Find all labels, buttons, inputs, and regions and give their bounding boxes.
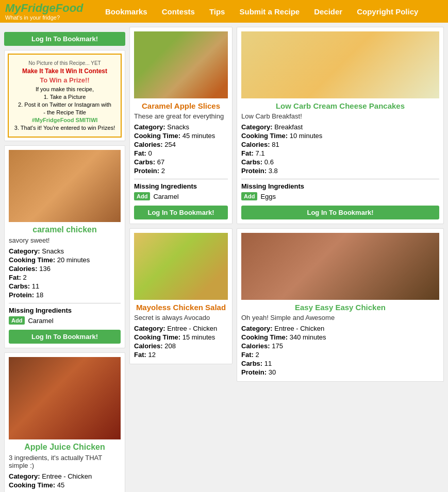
right-column: Low Carb Cream Cheese Pancakes Low Carb … — [237, 27, 444, 492]
mayoless-chicken-desc: Secret is always Avocado — [134, 314, 228, 321]
caramel-apple-fat: Fat: 0 — [134, 149, 228, 157]
mayoless-chicken-cooking-time: Cooking Time: 15 minutes — [134, 333, 228, 341]
easy-chicken-calories: Calories: 175 — [241, 342, 439, 350]
cream-cheese-add-eggs-btn[interactable]: Add — [241, 192, 257, 200]
cream-cheese-missing-ingredient: Eggs — [260, 193, 276, 200]
cream-cheese-pancakes-card: Low Carb Cream Cheese Pancakes Low Carb … — [237, 27, 444, 224]
caramel-chicken-carbs: Carbs: 11 — [9, 282, 121, 290]
caramel-chicken-bookmark-btn[interactable]: Log In To Bookmark! — [9, 330, 121, 344]
easy-chicken-protein: Protein: 30 — [241, 368, 439, 376]
mayoless-chicken-calories: Calories: 208 — [134, 342, 228, 350]
middle-column: Caramel Apple Slices These are great for… — [129, 27, 233, 492]
caramel-chicken-fat: Fat: 2 — [9, 274, 121, 281]
cream-cheese-carbs: Carbs: 0.6 — [241, 158, 439, 166]
mayoless-chicken-meta: Category: Entree - Chicken Cooking Time:… — [134, 325, 228, 359]
contest-card: No Picture of this Recipe... YET Make It… — [4, 50, 125, 141]
easy-chicken-meta: Category: Entree - Chicken Cooking Time:… — [241, 325, 439, 376]
cream-cheese-pancakes-title: Low Carb Cream Cheese Pancakes — [241, 101, 439, 110]
contest-make-it: Make It Take It Win It Contest — [13, 67, 117, 75]
contest-hashtag: #MyFridgeFood SMITIWI — [13, 117, 117, 123]
cream-cheese-bookmark-btn[interactable]: Log In To Bookmark! — [241, 206, 439, 219]
caramel-apple-card: Caramel Apple Slices These are great for… — [129, 27, 233, 224]
apple-juice-chicken-title[interactable]: Apple Juice Chicken — [9, 443, 121, 452]
mayoless-chicken-title: Mayoless Chicken Salad — [134, 303, 228, 312]
nav-submit[interactable]: Submit a Recipe — [232, 3, 307, 20]
contest-step3: 2. Post it on Twitter or Instagram with — [13, 101, 117, 108]
easy-chicken-title: Easy Easy Easy Chicken — [241, 303, 439, 312]
logo-area: MyFridgeFood What's in your fridge? — [5, 2, 88, 21]
easy-chicken-image — [241, 233, 439, 300]
cream-cheese-category: Category: Breakfast — [241, 123, 439, 131]
cream-cheese-missing-title: Missing Ingredients — [241, 179, 439, 190]
easy-chicken-cooking-time: Cooking Time: 340 minutes — [241, 333, 439, 341]
caramel-apple-category: Category: Snacks — [134, 123, 228, 131]
apple-juice-chicken-desc: 3 ingredients, it's actually THAT simple… — [9, 454, 121, 469]
caramel-chicken-image — [9, 150, 121, 222]
main-nav: Bookmarks Contests Tips Submit a Recipe … — [98, 3, 425, 20]
nav-contests[interactable]: Contests — [155, 3, 202, 20]
nav-bookmarks[interactable]: Bookmarks — [98, 3, 155, 20]
caramel-chicken-meta: Category: Snacks Cooking Time: 20 minute… — [9, 247, 121, 299]
caramel-apple-meta: Category: Snacks Cooking Time: 45 minute… — [134, 123, 228, 175]
cream-cheese-pancakes-desc: Low Carb Breakfast! — [241, 112, 439, 120]
caramel-chicken-missing-title: Missing Ingredients — [9, 303, 121, 314]
contest-step2: 1. Take a Picture — [13, 94, 117, 100]
cream-cheese-protein: Protein: 3.8 — [241, 167, 439, 175]
caramel-chicken-protein: Protein: 18 — [9, 291, 121, 299]
caramel-apple-protein: Protein: 2 — [134, 167, 228, 175]
caramel-apple-missing-caramel: Add Caramel — [134, 192, 228, 200]
caramel-apple-desc: These are great for everything — [134, 112, 228, 120]
easy-chicken-carbs: Carbs: 11 — [241, 360, 439, 367]
nav-tips[interactable]: Tips — [202, 3, 233, 20]
header: MyFridgeFood What's in your fridge? Book… — [0, 0, 448, 23]
cream-cheese-missing-eggs: Add Eggs — [241, 192, 439, 200]
easy-chicken-desc: Oh yeah! Simple and Awesome — [241, 314, 439, 321]
caramel-apple-bookmark-btn[interactable]: Log In To Bookmark! — [134, 206, 228, 219]
logo-title[interactable]: MyFridgeFood — [5, 2, 88, 14]
caramel-chicken-calories: Calories: 136 — [9, 265, 121, 273]
easy-chicken-fat: Fat: 2 — [241, 351, 439, 359]
caramel-apple-calories: Calories: 254 — [134, 141, 228, 148]
nav-copyright[interactable]: Copyright Policy — [350, 3, 425, 20]
caramel-apple-missing-title: Missing Ingredients — [134, 179, 228, 190]
contest-step1: If you make this recipe, — [13, 86, 117, 92]
apple-juice-chicken-category: Category: Entree - Chicken — [9, 472, 121, 480]
caramel-apple-add-caramel-btn[interactable]: Add — [134, 192, 150, 200]
contest-no-picture: No Picture of this Recipe... YET — [13, 60, 117, 66]
apple-juice-chicken-image — [9, 357, 121, 439]
main-content: Log In To Bookmark! No Picture of this R… — [0, 23, 448, 492]
cream-cheese-pancakes-meta: Category: Breakfast Cooking Time: 10 min… — [241, 123, 439, 175]
caramel-apple-image — [134, 31, 228, 98]
caramel-chicken-missing-ingredient: Caramel — [28, 317, 53, 325]
apple-juice-chicken-meta: Category: Entree - Chicken Cooking Time:… — [9, 472, 121, 489]
caramel-apple-carbs: Carbs: 67 — [134, 158, 228, 166]
easy-chicken-category: Category: Entree - Chicken — [241, 325, 439, 332]
nav-decider[interactable]: Decider — [307, 3, 350, 20]
mayoless-chicken-card: Mayoless Chicken Salad Secret is always … — [129, 228, 233, 364]
left-column: Log In To Bookmark! No Picture of this R… — [4, 27, 125, 492]
caramel-chicken-title[interactable]: caramel chicken — [9, 225, 121, 234]
caramel-chicken-cooking-time: Cooking Time: 20 minutes — [9, 256, 121, 264]
caramel-chicken-add-caramel-btn[interactable]: Add — [9, 316, 25, 325]
top-bookmark-button[interactable]: Log In To Bookmark! — [4, 32, 125, 46]
apple-juice-chicken-cooking-time: Cooking Time: 45 — [9, 481, 121, 489]
apple-juice-chicken-card: Apple Juice Chicken 3 ingredients, it's … — [4, 352, 125, 492]
caramel-apple-cooking-time: Cooking Time: 45 minutes — [134, 132, 228, 140]
contest-inner: No Picture of this Recipe... YET Make It… — [8, 54, 122, 138]
mayoless-chicken-fat: Fat: 12 — [134, 351, 228, 359]
caramel-chicken-missing-caramel: Add Caramel — [9, 316, 121, 325]
caramel-apple-title: Caramel Apple Slices — [134, 101, 228, 110]
contest-step3b: - the Recipe Title — [13, 109, 117, 115]
cream-cheese-fat: Fat: 7.1 — [241, 149, 439, 157]
mayoless-chicken-category: Category: Entree - Chicken — [134, 325, 228, 332]
easy-chicken-card: Easy Easy Easy Chicken Oh yeah! Simple a… — [237, 228, 444, 382]
caramel-chicken-category: Category: Snacks — [9, 247, 121, 255]
contest-prize: To Win a Prize!! — [13, 76, 117, 84]
cream-cheese-calories: Calories: 81 — [241, 141, 439, 148]
contest-step4: 3. That's it! You're entered to win Priz… — [13, 125, 117, 131]
caramel-apple-missing-ingredient: Caramel — [153, 193, 178, 200]
caramel-chicken-desc: savory sweet! — [9, 236, 121, 244]
mayoless-chicken-image — [134, 233, 228, 300]
cream-cheese-pancakes-image — [241, 31, 439, 98]
cream-cheese-cooking-time: Cooking Time: 10 minutes — [241, 132, 439, 140]
